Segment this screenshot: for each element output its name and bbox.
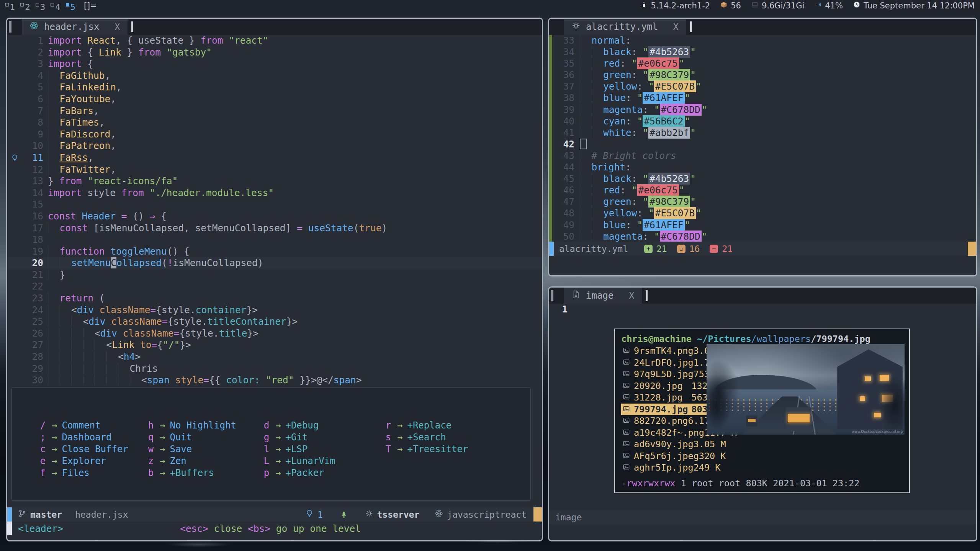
code-line-34: 34black: "#4b5263" <box>549 46 976 58</box>
color-chip: #C678DD <box>660 104 702 116</box>
workspace-2[interactable]: 2 <box>20 2 30 13</box>
line-number: 29 <box>22 363 48 375</box>
file-row-882720.png[interactable]: 882720.png6.17 M <box>621 415 720 427</box>
indent-guide <box>48 269 60 280</box>
code-area[interactable]: 1import React, { useState } from "react"… <box>7 35 542 387</box>
line-number: 18 <box>22 234 48 246</box>
whichkey-binding-l: l→+LSP <box>262 443 384 455</box>
token: black <box>603 173 632 184</box>
token: const <box>48 211 76 222</box>
workspace-5[interactable]: 5 <box>66 2 75 13</box>
diagnostics-hint: 1 <box>305 509 323 520</box>
code-line-43: 43# Bright colors <box>549 150 976 162</box>
code-text: blue: "#61AFEF" <box>580 219 690 231</box>
token: bright <box>592 162 626 173</box>
image-file-icon <box>623 462 634 473</box>
file-row-799794.jpg[interactable]: 799794.jpg803 K <box>621 404 720 415</box>
token: " <box>690 69 696 80</box>
token: . <box>213 328 219 339</box>
line-number: 10 <box>22 140 48 152</box>
color-chip: #61AFEF <box>643 92 684 104</box>
whichkey-binding-f: f→Files <box>39 467 147 479</box>
indent-guide <box>95 339 106 350</box>
tab-close-button[interactable]: X <box>629 291 634 301</box>
indent-guide <box>60 257 72 268</box>
indent-guide <box>580 196 592 207</box>
line-number: 3 <box>22 58 48 70</box>
code-text: FaYoutube, <box>48 93 116 105</box>
code-text: const Header = () ⇒ { <box>48 211 167 222</box>
token: , <box>110 140 116 151</box>
tab-image[interactable]: image X <box>564 288 642 304</box>
code-text: normal: <box>580 35 631 46</box>
token: import <box>48 187 82 198</box>
file-row-24LrDFQ.jpg[interactable]: 24LrDFQ.jpg1.7 M <box>621 357 720 369</box>
token: setMenuCollapsed <box>190 222 286 234</box>
token: : <box>632 127 637 138</box>
file-icon <box>571 290 581 301</box>
hint-token: close <box>208 523 248 534</box>
code-area[interactable]: 33normal:34black: "#4b5263"35red: "#e06c… <box>549 35 976 242</box>
code-text: red: "#e06c75" <box>580 58 685 69</box>
line-number: 30 <box>22 374 48 386</box>
code-line-25: 25<div className={style.titleContainer}> <box>7 316 542 328</box>
token: : <box>620 185 626 196</box>
workspace-3[interactable]: 3 <box>36 2 45 13</box>
token: Chris <box>130 363 158 374</box>
line-number: 27 <box>22 339 48 351</box>
token: " <box>637 92 643 103</box>
color-chip: #abb2bf <box>648 127 690 139</box>
token: } <box>60 269 65 280</box>
tab-alacritty-yml[interactable]: alacritty.yml X <box>564 19 686 35</box>
code-text <box>580 139 587 150</box>
file-row-20920.jpg[interactable]: 20920.jpg132 K <box>621 380 720 392</box>
code-text: FaDiscord, <box>48 129 116 141</box>
indent-guide <box>83 374 95 385</box>
whichkey-binding-z: z→Zen <box>147 455 262 467</box>
color-chip: #E5C07B <box>654 80 696 92</box>
file-row-97q9L5D.jpg[interactable]: 97q9L5D.jpg753 K <box>621 368 720 380</box>
inactive-cursor <box>580 139 587 149</box>
file-row-9rsmTK4.png[interactable]: 9rsmTK4.png3.09 M <box>621 345 720 357</box>
token: " <box>654 104 660 115</box>
token: }> <box>286 316 298 327</box>
tab-header-jsx[interactable]: header.jsx X <box>22 19 128 35</box>
workspace-4[interactable]: 4 <box>51 2 60 13</box>
line-number: 15 <box>22 199 48 211</box>
token: green <box>603 69 632 80</box>
code-text: green: "#98C379" <box>580 196 696 208</box>
file-row-31228.jpg[interactable]: 31228.jpg563 K <box>621 392 720 404</box>
token: const <box>60 222 88 234</box>
code-text: yellow: "#E5C07B" <box>580 81 702 92</box>
tab-close-button[interactable]: X <box>673 22 679 32</box>
token: style <box>185 328 213 339</box>
file-row-aghr5Ip.jpg[interactable]: aghr5Ip.jpg249 K <box>621 462 720 474</box>
tabline-gutter-bar <box>9 21 11 33</box>
token <box>144 187 150 198</box>
file-row-ad6v90y.jpg[interactable]: ad6v90y.jpg3.05 M <box>621 438 720 450</box>
token <box>76 211 82 222</box>
indent-guide <box>48 152 60 163</box>
line-number: 34 <box>556 46 580 58</box>
token: : <box>626 92 632 103</box>
token: useState <box>138 35 183 46</box>
workspace-1[interactable]: 1 <box>5 2 15 13</box>
token <box>637 196 643 207</box>
file-row-AFq5r6j.jpeg[interactable]: AFq5r6j.jpeg320 K <box>621 450 720 462</box>
code-line-40: 40cyan: "#56B6C2" <box>549 116 976 127</box>
token: " <box>643 69 648 80</box>
code-line-1: 1import React, { useState } from "react" <box>7 35 542 47</box>
token: yellow <box>603 81 637 92</box>
token: "react" <box>229 35 268 46</box>
whichkey-binding-b: b→+Buffers <box>147 467 262 479</box>
indent-guide <box>580 46 592 57</box>
token <box>648 104 654 115</box>
line-number: 48 <box>556 208 580 219</box>
tab-close-button[interactable]: X <box>115 22 120 32</box>
preview-path: chris@machine ~/Pictures/wallpapers/7997… <box>621 333 909 345</box>
tab-title: alacritty.yml <box>586 21 658 32</box>
indent-guide <box>592 219 604 230</box>
code-line-15: 15 <box>7 199 542 211</box>
token: ollapsed <box>116 257 162 268</box>
file-row-a19c482f~.png[interactable]: a19c482f~.png11.7 M <box>621 427 720 439</box>
